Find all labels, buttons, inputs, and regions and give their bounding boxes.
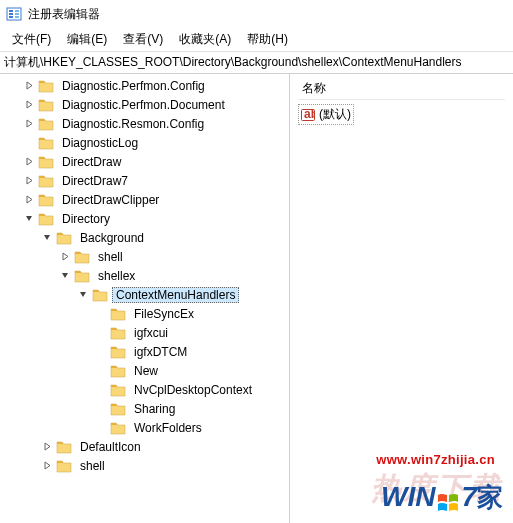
tree-item-label: shellex (94, 269, 139, 283)
tree-item[interactable]: NvCplDesktopContext (0, 380, 289, 399)
menu-edit[interactable]: 编辑(E) (59, 29, 115, 50)
tree-item[interactable]: DirectDraw7 (0, 171, 289, 190)
chevron-right-icon[interactable] (22, 174, 36, 188)
chevron-right-icon[interactable] (22, 79, 36, 93)
tree-item[interactable]: Diagnostic.Perfmon.Config (0, 76, 289, 95)
folder-icon (38, 193, 54, 207)
window-title: 注册表编辑器 (28, 6, 100, 23)
folder-icon (38, 212, 54, 226)
tree-item[interactable]: shell (0, 456, 289, 475)
chevron-right-icon[interactable] (22, 155, 36, 169)
tree-item[interactable]: DefaultIcon (0, 437, 289, 456)
folder-icon (38, 117, 54, 131)
tree-pane[interactable]: Diagnostic.Perfmon.ConfigDiagnostic.Perf… (0, 74, 290, 523)
chevron-right-icon[interactable] (40, 440, 54, 454)
tree-item[interactable]: igfxDTCM (0, 342, 289, 361)
titlebar: 注册表编辑器 (0, 0, 513, 28)
address-bar[interactable]: 计算机\HKEY_CLASSES_ROOT\Directory\Backgrou… (0, 52, 513, 74)
tree-item[interactable]: Sharing (0, 399, 289, 418)
content-area: Diagnostic.Perfmon.ConfigDiagnostic.Perf… (0, 74, 513, 523)
tree-item[interactable]: DiagnosticLog (0, 133, 289, 152)
folder-icon (74, 269, 90, 283)
chevron-down-icon[interactable] (40, 231, 54, 245)
tree-item-label: DefaultIcon (76, 440, 145, 454)
chevron-right-icon[interactable] (22, 193, 36, 207)
tree-item-label: WorkFolders (130, 421, 206, 435)
folder-icon (38, 174, 54, 188)
menu-favorites[interactable]: 收藏夹(A) (171, 29, 239, 50)
tree-item[interactable]: WorkFolders (0, 418, 289, 437)
svg-text:ab: ab (304, 108, 315, 121)
svg-rect-3 (9, 16, 13, 18)
menu-view[interactable]: 查看(V) (115, 29, 171, 50)
svg-rect-6 (15, 16, 19, 18)
tree-item[interactable]: New (0, 361, 289, 380)
folder-icon (38, 155, 54, 169)
tree-item-label: ContextMenuHandlers (112, 287, 239, 303)
folder-icon (92, 288, 108, 302)
address-path: 计算机\HKEY_CLASSES_ROOT\Directory\Backgrou… (4, 54, 462, 71)
folder-icon (56, 440, 72, 454)
folder-icon (110, 307, 126, 321)
chevron-right-icon[interactable] (58, 250, 72, 264)
tree-item-label: FileSyncEx (130, 307, 198, 321)
tree-item-label: Diagnostic.Resmon.Config (58, 117, 208, 131)
svg-rect-2 (9, 13, 13, 15)
chevron-right-icon[interactable] (40, 459, 54, 473)
regedit-icon (6, 6, 22, 22)
folder-icon (110, 345, 126, 359)
tree-item[interactable]: ContextMenuHandlers (0, 285, 289, 304)
tree-item-label: DirectDrawClipper (58, 193, 163, 207)
svg-rect-1 (9, 10, 13, 12)
tree-item[interactable]: FileSyncEx (0, 304, 289, 323)
chevron-down-icon[interactable] (22, 212, 36, 226)
folder-icon (56, 231, 72, 245)
tree-item[interactable]: shell (0, 247, 289, 266)
chevron-right-icon[interactable] (22, 117, 36, 131)
tree-item[interactable]: Diagnostic.Resmon.Config (0, 114, 289, 133)
menu-file[interactable]: 文件(F) (4, 29, 59, 50)
chevron-down-icon[interactable] (58, 269, 72, 283)
folder-icon (110, 421, 126, 435)
tree-item-label: New (130, 364, 162, 378)
folder-icon (38, 136, 54, 150)
tree-item-label: igfxcui (130, 326, 172, 340)
tree-item-label: Diagnostic.Perfmon.Config (58, 79, 209, 93)
menubar: 文件(F) 编辑(E) 查看(V) 收藏夹(A) 帮助(H) (0, 28, 513, 52)
tree-item-label: Diagnostic.Perfmon.Document (58, 98, 229, 112)
tree-item-label: NvCplDesktopContext (130, 383, 256, 397)
tree-item-label: Directory (58, 212, 114, 226)
value-row[interactable]: ab (默认) (298, 104, 354, 125)
value-name: (默认) (319, 106, 351, 123)
folder-icon (74, 250, 90, 264)
tree-item[interactable]: Background (0, 228, 289, 247)
tree-item[interactable]: igfxcui (0, 323, 289, 342)
tree-item-label: Sharing (130, 402, 179, 416)
tree-item-label: DiagnosticLog (58, 136, 142, 150)
folder-icon (38, 79, 54, 93)
chevron-right-icon[interactable] (22, 98, 36, 112)
tree-item[interactable]: Diagnostic.Perfmon.Document (0, 95, 289, 114)
tree-item[interactable]: shellex (0, 266, 289, 285)
folder-icon (56, 459, 72, 473)
tree-item-label: DirectDraw7 (58, 174, 132, 188)
svg-rect-5 (15, 13, 19, 15)
column-header-name[interactable]: 名称 (298, 78, 505, 100)
folder-icon (110, 383, 126, 397)
folder-icon (38, 98, 54, 112)
menu-help[interactable]: 帮助(H) (239, 29, 296, 50)
folder-icon (110, 364, 126, 378)
tree-item-label: igfxDTCM (130, 345, 191, 359)
tree-item-label: Background (76, 231, 148, 245)
folder-icon (110, 326, 126, 340)
values-pane[interactable]: 名称 ab (默认) (290, 74, 513, 523)
tree-item-label: shell (94, 250, 127, 264)
folder-icon (110, 402, 126, 416)
string-value-icon: ab (301, 108, 315, 122)
tree-item[interactable]: DirectDrawClipper (0, 190, 289, 209)
tree-item[interactable]: Directory (0, 209, 289, 228)
chevron-down-icon[interactable] (76, 288, 90, 302)
tree-item-label: shell (76, 459, 109, 473)
tree-item-label: DirectDraw (58, 155, 125, 169)
tree-item[interactable]: DirectDraw (0, 152, 289, 171)
